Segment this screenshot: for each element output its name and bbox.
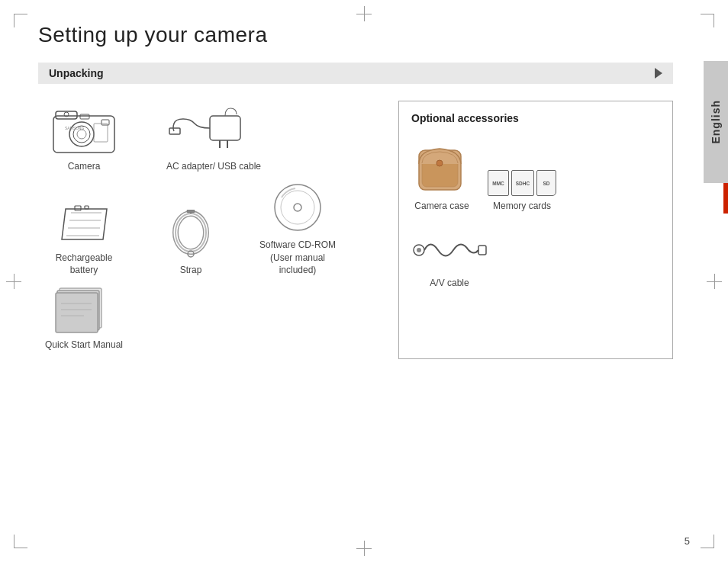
svg-rect-25 — [187, 210, 195, 213]
section-header-title: Unpacking — [49, 67, 104, 79]
page-number: 5 — [685, 535, 690, 547]
memory-cards-label: Memory cards — [493, 201, 551, 211]
svg-point-28 — [281, 191, 314, 224]
camera-label: Camera — [68, 160, 101, 173]
optional-item-camera-case: Camera case — [411, 135, 472, 211]
items-row-1: SAMSUNG Camera — [38, 101, 398, 173]
main-content: Setting up your camera Unpacking — [0, 0, 704, 562]
optional-row-2: A/V cable — [411, 223, 660, 288]
svg-rect-19 — [75, 206, 81, 210]
svg-rect-0 — [53, 116, 114, 153]
svg-point-38 — [436, 160, 443, 166]
optional-item-memory-cards: MMC SDHC SD Memory cards — [488, 170, 556, 211]
software-cd-image — [271, 181, 324, 234]
svg-point-4 — [77, 130, 86, 139]
svg-rect-41 — [478, 246, 486, 255]
optional-row-1: Camera case MMC SDHC SD — [411, 135, 660, 211]
svg-rect-6 — [80, 114, 89, 119]
svg-point-29 — [294, 204, 301, 211]
left-items: SAMSUNG Camera — [38, 101, 398, 359]
ac-adapter-label: AC adapter/ USB cable — [166, 160, 261, 173]
item-quick-start: Quick Start Manual — [38, 284, 130, 352]
software-cd-label: Software CD-ROM(User manual included) — [252, 239, 343, 277]
item-battery: Rechargeablebattery — [38, 201, 130, 278]
svg-rect-13 — [169, 128, 180, 134]
camera-case-label: Camera case — [414, 201, 469, 211]
quick-start-label: Quick Start Manual — [45, 339, 123, 352]
items-row-3: Quick Start Manual — [38, 284, 398, 352]
optional-title: Optional accessories — [411, 112, 660, 124]
ac-adapter-image — [168, 101, 259, 156]
svg-point-23 — [176, 214, 206, 252]
av-cable-label: A/V cable — [430, 278, 469, 288]
battery-image — [56, 201, 113, 247]
svg-rect-10 — [210, 116, 240, 140]
svg-point-40 — [417, 248, 421, 252]
item-ac-adapter: AC adapter/ USB cable — [145, 101, 282, 173]
item-software-cd: Software CD-ROM(User manual included) — [252, 181, 343, 277]
section-arrow-icon — [655, 68, 662, 79]
items-row-2: Rechargeablebattery — [38, 181, 398, 277]
camera-image: SAMSUNG — [50, 101, 118, 156]
items-area: SAMSUNG Camera — [38, 101, 673, 359]
svg-rect-8 — [94, 124, 108, 142]
svg-rect-5 — [101, 120, 109, 125]
sdhc-card: SDHC — [511, 170, 534, 196]
crosshair-right — [707, 274, 722, 289]
sd-card: SD — [536, 170, 556, 196]
language-label: English — [710, 100, 722, 144]
mmc-card: MMC — [488, 170, 509, 196]
svg-point-27 — [275, 185, 321, 230]
strap-image — [164, 210, 217, 259]
item-camera: SAMSUNG Camera — [38, 101, 130, 173]
svg-rect-32 — [56, 293, 98, 332]
battery-label: Rechargeablebattery — [56, 252, 113, 278]
language-tab: English — [704, 61, 728, 183]
optional-item-av-cable: A/V cable — [411, 223, 488, 288]
svg-text:SAMSUNG: SAMSUNG — [65, 126, 84, 130]
section-header: Unpacking — [38, 63, 673, 84]
svg-marker-14 — [62, 209, 107, 239]
item-strap: Strap — [145, 210, 237, 277]
page-title: Setting up your camera — [38, 23, 673, 47]
sidebar-accent — [723, 183, 728, 214]
quick-start-image — [53, 284, 114, 334]
strap-label: Strap — [180, 264, 202, 277]
optional-accessories-box: Optional accessories — [398, 101, 673, 359]
memory-cards-group: MMC SDHC SD — [488, 170, 556, 196]
